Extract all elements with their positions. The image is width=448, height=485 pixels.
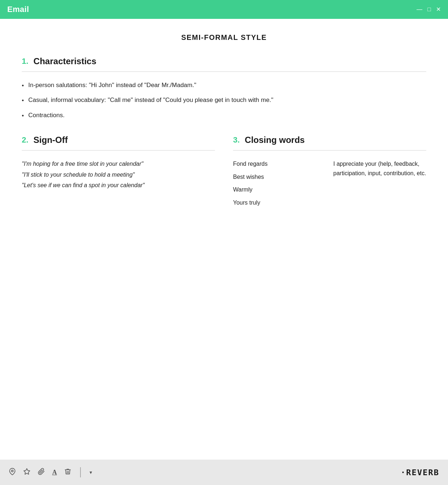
signoff-quote: "I'll stick to your schedule to hold a m…: [22, 172, 134, 178]
list-item: "I'm hoping for a free time slot in your…: [22, 159, 215, 169]
window-controls: — □ ✕: [416, 7, 441, 12]
characteristics-list: In-person salutations: "Hi John" instead…: [22, 81, 426, 120]
svg-marker-1: [24, 468, 30, 474]
reverb-logo: ·REVERB: [401, 468, 439, 477]
closing-words-col: Fond regards Best wishes Warmly Yours tr…: [233, 159, 326, 207]
section3-title: Closing words: [245, 135, 304, 145]
section2-divider: [22, 150, 215, 151]
attachment-icon[interactable]: [38, 468, 45, 477]
content-area: SEMI-FORMAL STYLE 1. Characteristics In-…: [0, 19, 448, 460]
closing-word-2: Best wishes: [233, 172, 326, 182]
section1-title: Characteristics: [33, 56, 96, 66]
two-column-layout: 2. Sign-Off "I'm hoping for a free time …: [22, 135, 426, 222]
footer-divider: [80, 467, 81, 477]
section-signoff: 2. Sign-Off "I'm hoping for a free time …: [22, 135, 215, 207]
bullet-text: Contractions.: [28, 111, 65, 120]
section1-divider: [22, 71, 426, 72]
section1-number: 1.: [22, 57, 28, 65]
closing-description-col: I appreciate your (help, feedback, parti…: [333, 159, 427, 207]
star-icon[interactable]: [23, 468, 30, 477]
footer-toolbar: A ▾ ·REVERB: [0, 460, 448, 485]
list-item: "I'll stick to your schedule to hold a m…: [22, 170, 215, 180]
section2-number: 2.: [22, 136, 28, 144]
closing-word-3: Warmly: [233, 185, 326, 194]
list-item: In-person salutations: "Hi John" instead…: [22, 81, 426, 90]
list-item: Casual, informal vocabulary: "Call me" i…: [22, 95, 426, 105]
closing-description: I appreciate your (help, feedback, parti…: [333, 159, 427, 178]
list-item: Contractions.: [22, 111, 426, 120]
section3-number: 3.: [233, 136, 240, 144]
section3-divider: [233, 150, 426, 151]
bullet-text: In-person salutations: "Hi John" instead…: [28, 81, 196, 90]
delete-icon[interactable]: [64, 468, 71, 477]
closing-word-1: Fond regards: [233, 159, 326, 169]
signoff-quote: "Let's see if we can find a spot in your…: [22, 182, 145, 188]
minimize-button[interactable]: —: [416, 7, 422, 12]
location-icon[interactable]: [9, 468, 16, 477]
section-characteristics: 1. Characteristics In-person salutations…: [22, 56, 426, 120]
signoff-quote: "I'm hoping for a free time slot in your…: [22, 161, 143, 167]
section2-header: 2. Sign-Off: [22, 135, 215, 145]
section2-title: Sign-Off: [33, 135, 68, 145]
close-button[interactable]: ✕: [436, 7, 441, 12]
section-closing-words: 3. Closing words Fond regards Best wishe…: [233, 135, 426, 207]
signoff-list: "I'm hoping for a free time slot in your…: [22, 159, 215, 190]
bullet-text: Casual, informal vocabulary: "Call me" i…: [28, 95, 273, 105]
section1-header: 1. Characteristics: [22, 56, 426, 66]
page-title: SEMI-FORMAL STYLE: [22, 33, 426, 42]
svg-point-0: [12, 470, 13, 472]
footer-icons: A ▾: [9, 467, 92, 477]
section3-header: 3. Closing words: [233, 135, 426, 145]
logo-text: ·REVERB: [401, 468, 439, 477]
text-format-icon[interactable]: A: [52, 469, 57, 476]
maximize-button[interactable]: □: [427, 7, 431, 12]
closing-grid: Fond regards Best wishes Warmly Yours tr…: [233, 159, 426, 207]
closing-word-4: Yours truly: [233, 198, 326, 207]
list-item: "Let's see if we can find a spot in your…: [22, 181, 215, 190]
titlebar: Email — □ ✕: [0, 0, 448, 19]
app-title: Email: [7, 5, 29, 14]
dropdown-button[interactable]: ▾: [90, 469, 92, 475]
